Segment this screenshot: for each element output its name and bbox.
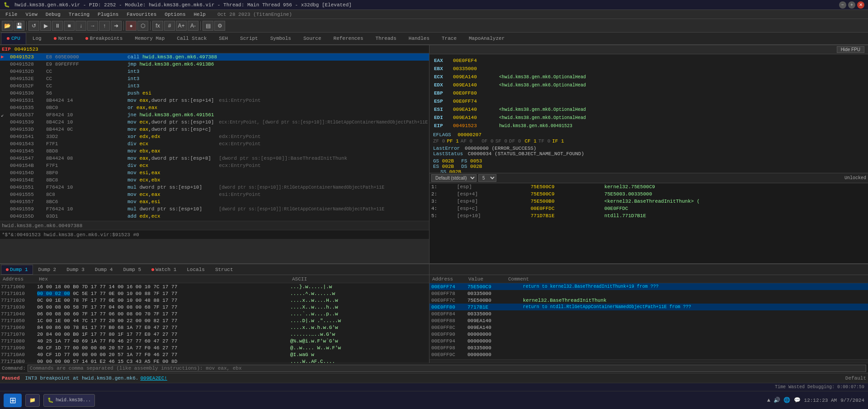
- table-row[interactable]: 00E0FF9C 00000000: [429, 351, 868, 358]
- flag-tf[interactable]: TF 0: [538, 138, 550, 144]
- table-row[interactable]: 0049155D 03D1 add edx,ecx: [0, 213, 429, 220]
- dump-tab-4[interactable]: Dump 4: [90, 265, 118, 275]
- table-row[interactable]: 00491547 8B4424 08 mov eax,dword ptr ss:…: [0, 155, 429, 162]
- dump-tab-watch1[interactable]: Watch 1: [146, 265, 181, 275]
- command-input[interactable]: [28, 365, 866, 372]
- start-button[interactable]: ⊞: [4, 394, 22, 407]
- table-row[interactable]: 0049152E CC int3: [0, 75, 429, 82]
- table-row[interactable]: 00491539 8B4C24 10 mov ecx,dword ptr ss:…: [0, 119, 429, 126]
- table-row[interactable]: 00491543 F7F1 div ecx ecx:EntryPoint: [0, 140, 429, 147]
- table-row[interactable]: 00491551 F76424 10 mul dword ptr ss:[esp…: [0, 184, 429, 191]
- table-row[interactable]: 0049153D 8B4424 0C mov eax,dword ptr ss:…: [0, 126, 429, 133]
- toolbar-expr[interactable]: fx: [152, 21, 163, 31]
- tab-script[interactable]: Script: [234, 33, 264, 44]
- tab-threads[interactable]: Threads: [370, 33, 402, 44]
- tab-handles[interactable]: Handles: [403, 33, 435, 44]
- dump-tab-3[interactable]: Dump 3: [61, 265, 90, 275]
- table-row[interactable]: 77171080 40 25 1A 77 40 69 1A 77 F0 46 2…: [0, 338, 429, 344]
- dump-tab-struct[interactable]: Struct: [210, 265, 238, 275]
- table-row[interactable]: 0049152D CC int3: [0, 68, 429, 75]
- tab-call-stack[interactable]: Call Stack: [171, 33, 212, 44]
- menu-favourites[interactable]: Favourites: [123, 11, 160, 18]
- tab-log[interactable]: Log: [27, 33, 47, 44]
- flag-sf[interactable]: SF 0: [495, 138, 507, 144]
- table-row[interactable]: 00491530 56 push esi: [0, 90, 429, 97]
- close-button[interactable]: ✕: [857, 1, 864, 9]
- table-row[interactable]: 77171060 84 00 86 00 78 81 17 77 B0 68 1…: [0, 324, 429, 331]
- flag-pf[interactable]: PF 1: [447, 138, 458, 144]
- toolbar-save[interactable]: 💾: [14, 21, 24, 31]
- toolbar-open[interactable]: 📂: [2, 21, 13, 31]
- table-row[interactable]: 77171000 16 00 18 00 B0 7D 17 77 14 00 1…: [0, 283, 429, 290]
- stack-row[interactable]: 1: [esp] 75E500C9 kernel32.75E500C9: [429, 183, 868, 190]
- taskbar-app-files[interactable]: 📁: [25, 394, 40, 407]
- table-row[interactable]: 0049154E 8BC8 mov ecx,ebx: [0, 176, 429, 184]
- table-row[interactable]: 77171050 1C 00 1E 00 44 7C 17 77 20 00 2…: [0, 317, 429, 324]
- table-row[interactable]: 00E0FF74 75E500C9 return to kernel32.Bas…: [429, 283, 868, 290]
- table-row[interactable]: 771710A0 40 CF 1D 77 00 00 00 00 20 57 1…: [0, 351, 429, 358]
- table-row[interactable]: 77171020 0C 00 1E 00 78 7F 17 77 0E 00 1…: [0, 297, 429, 304]
- table-row[interactable]: 00491545 8BD8 mov ebx,eax: [0, 147, 429, 155]
- tab-mapo-analyzer[interactable]: MapoAnalyzer: [463, 33, 510, 44]
- table-row[interactable]: 00E0FF94 00000000: [429, 338, 868, 344]
- flag-df[interactable]: DF 0: [509, 138, 521, 144]
- table-row[interactable]: 771710B0 00 00 00 00 57 14 01 E2 46 15 C…: [0, 358, 429, 363]
- maximize-button[interactable]: +: [848, 1, 855, 9]
- table-row[interactable]: 00E0FF88 009EA140: [429, 317, 868, 324]
- toolbar-run-to-cursor[interactable]: ➜: [111, 21, 122, 31]
- table-row[interactable]: ↙ 00491537 0F8424 10 jne hwid.kms38.gen.…: [0, 111, 429, 119]
- toolbar-hash[interactable]: #: [164, 21, 175, 31]
- table-row[interactable]: 00E0FF7C 75E500B0 kernel32.BaseThreadIni…: [429, 297, 868, 304]
- menu-tracing[interactable]: Tracing: [65, 11, 93, 18]
- flag-af[interactable]: AF 0: [461, 138, 472, 144]
- menu-options[interactable]: Options: [161, 11, 189, 18]
- minimize-button[interactable]: −: [839, 1, 846, 9]
- flag-of[interactable]: OF 0: [481, 138, 493, 144]
- toolbar-hw-bp[interactable]: ⬡: [137, 21, 148, 31]
- dump-tab-1[interactable]: Dump 1: [1, 265, 33, 275]
- toolbar-restart[interactable]: ↺: [28, 21, 39, 31]
- toolbar-font-down[interactable]: A-: [188, 21, 198, 31]
- tab-seh[interactable]: SEH: [213, 33, 234, 44]
- toolbar-step-over[interactable]: →: [87, 21, 98, 31]
- table-row[interactable]: 00491541 33D2 xor edx,edx edx:EntryPoint: [0, 133, 429, 140]
- tab-trace[interactable]: Trace: [436, 33, 462, 44]
- dump-tab-5[interactable]: Dump 5: [118, 265, 146, 275]
- tab-notes[interactable]: Notes: [48, 33, 79, 44]
- table-row[interactable]: 77171090 40 CF 1D 77 00 00 00 00 20 57 1…: [0, 344, 429, 351]
- stack-row[interactable]: 3: [esp+8] 75E500B0 <kernel32.BaseThread…: [429, 198, 868, 205]
- menu-debug[interactable]: Debug: [42, 11, 64, 18]
- bottom-scrollbar[interactable]: [429, 359, 868, 363]
- table-row[interactable]: 77171010 00 00 02 00 0C 5E 17 77 0E 00 1…: [0, 290, 429, 297]
- tab-breakpoints[interactable]: Breakpoints: [80, 33, 129, 44]
- menu-file[interactable]: File: [2, 11, 21, 18]
- flag-zf[interactable]: ZF 0: [433, 138, 445, 144]
- table-row[interactable]: 00491531 8B4424 14 mov eax,dword ptr ss:…: [0, 97, 429, 104]
- toolbar-more[interactable]: ▤: [203, 21, 213, 31]
- dump-tab-2[interactable]: Dump 2: [33, 265, 61, 275]
- toolbar-step-out[interactable]: ↑: [99, 21, 110, 31]
- menu-view[interactable]: View: [22, 11, 41, 18]
- table-row[interactable]: 00491559 F76424 10 mul dword ptr ss:[esp…: [0, 205, 429, 213]
- toolbar-font-up[interactable]: A+: [176, 21, 187, 31]
- call-style-select[interactable]: Default (stdcall): [431, 174, 476, 182]
- table-row[interactable]: 0049152F CC int3: [0, 82, 429, 90]
- tab-references[interactable]: References: [328, 33, 369, 44]
- toolbar-settings[interactable]: ⚙: [214, 21, 225, 31]
- table-row[interactable]: 00E0FF78 00335000: [429, 290, 868, 297]
- tab-source[interactable]: Source: [297, 33, 327, 44]
- table-row[interactable]: 00491528 E9 89FEFFFF jmp hwid.kms38.gen.…: [0, 61, 429, 68]
- table-row[interactable]: 77171040 06 00 08 00 60 7F 17 77 06 00 0…: [0, 310, 429, 317]
- stack-row[interactable]: 4: [esp+c] 00E0FFDC 00E0FFDC: [429, 205, 868, 212]
- dump-tab-locals[interactable]: Locals: [182, 265, 210, 275]
- tab-memory-map[interactable]: Memory Map: [129, 33, 170, 44]
- stack-row[interactable]: 5: [esp+10] 771D7B1E ntdll.771D7B1E: [429, 212, 868, 219]
- toolbar-stop[interactable]: ■: [64, 21, 75, 31]
- toolbar-run[interactable]: ▶: [40, 21, 51, 31]
- table-row[interactable]: 0049154D 8BF0 mov esi,eax: [0, 169, 429, 176]
- table-row[interactable]: 00491535 0BC0 or eax,eax: [0, 104, 429, 111]
- table-row[interactable]: 00E0FF90 00000000: [429, 331, 868, 338]
- table-row[interactable]: 00491555 8C8 mov ecx,eax esi:EntryPoint: [0, 191, 429, 198]
- menu-help[interactable]: Help: [190, 11, 209, 18]
- table-row[interactable]: 0049154B F7F1 div ecx ecx:EntryPoint: [0, 162, 429, 169]
